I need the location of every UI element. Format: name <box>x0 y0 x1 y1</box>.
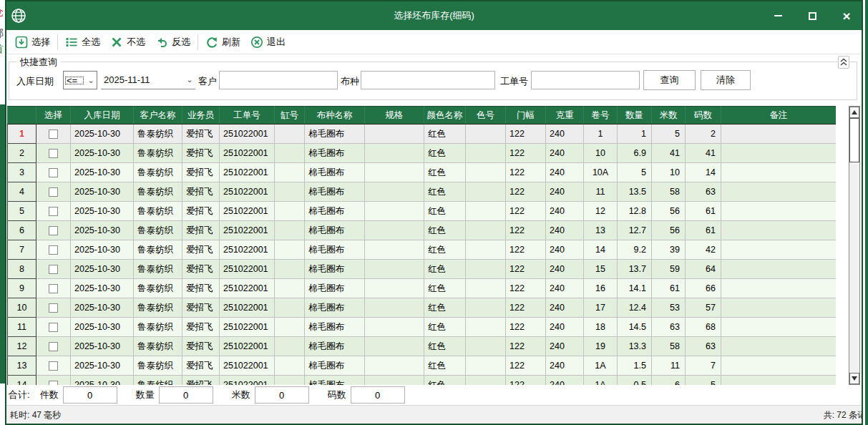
table-cell[interactable]: 12.8 <box>618 202 652 221</box>
row-number-cell[interactable]: 2 <box>8 144 36 163</box>
toolbar-select-all-button[interactable]: 全选 <box>60 34 105 51</box>
table-cell[interactable]: 240 <box>546 376 584 386</box>
table-cell[interactable]: 14.5 <box>618 318 652 337</box>
table-cell[interactable]: 红色 <box>424 356 466 376</box>
grid-column-header[interactable]: 数量 <box>618 107 652 124</box>
table-cell[interactable] <box>365 144 424 163</box>
table-cell[interactable]: 2025-10-30 <box>71 337 134 356</box>
table-cell[interactable]: 13.7 <box>618 260 652 279</box>
row-checkbox[interactable] <box>49 149 58 158</box>
grid-column-header[interactable]: 卷号 <box>584 107 618 124</box>
table-cell[interactable]: 棉毛圈布 <box>305 260 365 279</box>
row-checkbox[interactable] <box>49 303 58 313</box>
table-cell[interactable]: 42 <box>686 240 721 260</box>
table-cell[interactable]: 鲁泰纺织 <box>134 376 182 386</box>
table-cell[interactable]: 2025-10-30 <box>71 240 134 260</box>
table-cell[interactable]: 爱招飞 <box>182 260 220 279</box>
table-cell[interactable]: 2 <box>686 124 721 144</box>
row-number-cell[interactable]: 12 <box>8 337 36 356</box>
table-cell[interactable]: 爱招飞 <box>182 144 220 163</box>
table-cell[interactable] <box>275 298 305 318</box>
row-checkbox[interactable] <box>49 130 58 139</box>
table-cell[interactable]: 棉毛圈布 <box>305 202 365 221</box>
table-cell[interactable]: 红色 <box>424 221 466 240</box>
table-cell[interactable]: 15 <box>584 260 618 279</box>
table-cell[interactable]: 251022001 <box>220 144 275 163</box>
row-number-cell[interactable]: 1 <box>8 124 36 144</box>
table-row[interactable]: 132025-10-30鲁泰纺织爱招飞251022001棉毛圈布红色122240… <box>8 356 837 376</box>
clear-button[interactable]: 清除 <box>701 70 751 90</box>
table-cell[interactable]: 11 <box>584 182 618 202</box>
table-cell[interactable] <box>721 337 837 356</box>
table-cell[interactable]: 鲁泰纺织 <box>134 279 182 298</box>
table-cell[interactable]: 13 <box>584 221 618 240</box>
table-cell[interactable]: 10 <box>584 144 618 163</box>
toolbar-exit-button[interactable]: 退出 <box>245 34 291 51</box>
table-cell[interactable]: 棉毛圈布 <box>305 240 365 260</box>
table-cell[interactable]: 41 <box>652 144 686 163</box>
table-cell[interactable]: 251022001 <box>220 376 275 386</box>
table-cell[interactable]: 122 <box>506 202 546 221</box>
table-cell[interactable]: 39 <box>652 240 686 260</box>
table-row[interactable]: 92025-10-30鲁泰纺织爱招飞251022001棉毛圈布红色1222401… <box>8 279 837 298</box>
fabric-input[interactable] <box>361 71 495 89</box>
table-cell[interactable]: 122 <box>506 240 546 260</box>
table-cell[interactable]: 爱招飞 <box>182 163 220 182</box>
table-cell[interactable]: 10A <box>584 163 618 182</box>
table-cell[interactable]: 13.3 <box>618 337 652 356</box>
row-number-cell[interactable]: 7 <box>8 240 36 260</box>
table-cell[interactable]: 5 <box>686 376 721 386</box>
row-number-cell[interactable]: 5 <box>8 202 36 221</box>
table-cell[interactable]: 鲁泰纺织 <box>134 298 182 318</box>
grid-column-header[interactable]: 布种名称 <box>305 107 365 124</box>
table-cell[interactable] <box>275 279 305 298</box>
table-cell[interactable]: 棉毛圈布 <box>305 298 365 318</box>
table-cell[interactable]: 122 <box>506 356 546 376</box>
row-checkbox[interactable] <box>49 187 58 197</box>
table-cell[interactable]: 棉毛圈布 <box>305 221 365 240</box>
table-cell[interactable] <box>466 356 506 376</box>
table-cell[interactable]: 251022001 <box>220 260 275 279</box>
table-cell[interactable]: 红色 <box>424 202 466 221</box>
table-row[interactable]: 32025-10-30鲁泰纺织爱招飞251022001棉毛圈布红色1222401… <box>8 163 837 182</box>
table-cell[interactable] <box>275 182 305 202</box>
table-cell[interactable] <box>721 279 837 298</box>
table-cell[interactable]: 240 <box>546 124 584 144</box>
table-cell[interactable]: 棉毛圈布 <box>305 182 365 202</box>
table-cell[interactable]: 鲁泰纺织 <box>134 356 182 376</box>
grid-column-header[interactable]: 业务员 <box>182 107 220 124</box>
date-select[interactable]: 2025-11-11 ⌄ <box>101 71 195 89</box>
table-cell[interactable] <box>275 202 305 221</box>
table-cell[interactable]: 红色 <box>424 279 466 298</box>
table-cell[interactable] <box>721 163 837 182</box>
table-cell[interactable]: 鲁泰纺织 <box>134 260 182 279</box>
table-cell[interactable]: 12 <box>584 202 618 221</box>
table-cell[interactable]: 58 <box>652 337 686 356</box>
table-cell[interactable]: 56 <box>652 221 686 240</box>
table-cell[interactable]: 爱招飞 <box>182 202 220 221</box>
table-cell[interactable]: 9.2 <box>618 240 652 260</box>
table-cell[interactable]: 红色 <box>424 144 466 163</box>
row-checkbox[interactable] <box>49 245 58 255</box>
table-cell[interactable] <box>466 376 506 386</box>
table-row[interactable]: 82025-10-30鲁泰纺织爱招飞251022001棉毛圈布红色1222401… <box>8 260 837 279</box>
table-cell[interactable]: 爱招飞 <box>182 124 220 144</box>
table-cell[interactable]: 鲁泰纺织 <box>134 318 182 337</box>
row-number-cell[interactable]: 13 <box>8 356 36 376</box>
grid-column-header[interactable]: 色号 <box>466 107 506 124</box>
row-number-cell[interactable]: 9 <box>8 279 36 298</box>
table-cell[interactable]: 59 <box>652 260 686 279</box>
scroll-down-button[interactable] <box>849 373 859 384</box>
grid-column-header[interactable]: 入库日期 <box>71 107 134 124</box>
table-cell[interactable] <box>275 260 305 279</box>
table-cell[interactable] <box>466 240 506 260</box>
table-cell[interactable]: 251022001 <box>220 279 275 298</box>
table-cell[interactable] <box>365 376 424 386</box>
grid-column-header[interactable]: 克重 <box>546 107 584 124</box>
table-cell[interactable]: 122 <box>506 221 546 240</box>
table-cell[interactable]: 鲁泰纺织 <box>134 337 182 356</box>
table-cell[interactable] <box>275 144 305 163</box>
table-cell[interactable] <box>721 298 837 318</box>
row-checkbox[interactable] <box>49 168 58 177</box>
row-number-cell[interactable]: 6 <box>8 221 36 240</box>
